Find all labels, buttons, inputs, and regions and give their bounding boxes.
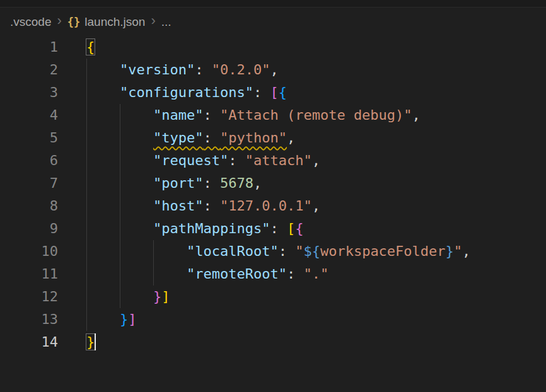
line-number[interactable]: 1 — [0, 36, 58, 59]
indent-guide — [153, 240, 154, 263]
indent-guide — [86, 217, 87, 240]
code-token: { — [279, 84, 287, 100]
breadcrumb-folder[interactable]: .vscode — [10, 15, 51, 29]
indent-guide — [86, 285, 87, 308]
code-token: " — [454, 243, 462, 259]
indent-guide — [120, 240, 120, 263]
code-editor[interactable]: 1{2 "version": "0.2.0",3 "configurations… — [0, 36, 546, 392]
code-token: "name" — [153, 107, 203, 123]
breadcrumb-file[interactable]: launch.json — [84, 15, 145, 29]
code-token: "Attach (remote debug)" — [220, 107, 412, 123]
line-number[interactable]: 9 — [0, 217, 58, 240]
code-token: "." — [303, 266, 328, 282]
indent-guide — [86, 308, 87, 331]
code-line-3[interactable]: 3 "configurations": [{ — [0, 81, 546, 104]
code-token — [86, 84, 120, 100]
code-line-content[interactable]: "port": 5678, — [86, 172, 262, 195]
code-line-6[interactable]: 6 "request": "attach", — [0, 149, 546, 172]
chevron-right-icon: › — [149, 14, 156, 30]
code-token: "host" — [153, 198, 203, 214]
code-line-1[interactable]: 1{ — [0, 36, 546, 59]
line-number[interactable]: 3 — [0, 81, 58, 104]
code-token: } — [153, 289, 161, 304]
code-line-13[interactable]: 13 }] — [0, 308, 546, 331]
code-token: { — [86, 39, 95, 55]
indent-guide — [86, 127, 87, 149]
indent-guide — [120, 195, 120, 217]
code-token: "version" — [120, 62, 195, 78]
code-token: } — [446, 243, 454, 259]
code-token: : — [287, 266, 304, 282]
code-line-content[interactable]: "name": "Attach (remote debug)", — [86, 104, 421, 127]
code-token: "remoteRoot" — [187, 266, 287, 282]
code-line-content[interactable]: }] — [86, 308, 136, 331]
code-token: "python" — [220, 130, 287, 146]
indent-guide — [120, 285, 120, 308]
code-line-11[interactable]: 11 "remoteRoot": "." — [0, 263, 546, 285]
line-number[interactable]: 4 — [0, 104, 58, 127]
code-line-12[interactable]: 12 }] — [0, 285, 546, 308]
code-line-5[interactable]: 5 "type": "python", — [0, 127, 546, 149]
code-line-content[interactable]: "version": "0.2.0", — [86, 59, 279, 81]
indent-guide — [86, 172, 87, 195]
code-line-9[interactable]: 9 "pathMappings": [{ — [0, 217, 546, 240]
code-token: "type" — [153, 130, 203, 146]
code-line-2[interactable]: 2 "version": "0.2.0", — [0, 59, 546, 81]
code-token — [86, 311, 120, 327]
code-token: : — [270, 221, 287, 236]
line-number[interactable]: 6 — [0, 149, 58, 172]
line-number[interactable]: 8 — [0, 195, 58, 217]
code-token: 5678 — [220, 175, 253, 191]
code-token — [86, 243, 187, 259]
line-number[interactable]: 13 — [0, 308, 58, 331]
code-token: : — [228, 153, 245, 168]
indent-guide — [153, 263, 154, 285]
code-token: , — [312, 153, 320, 168]
indent-guide — [120, 172, 120, 195]
indent-guide — [120, 217, 120, 240]
line-number[interactable]: 5 — [0, 127, 58, 149]
code-token: , — [287, 130, 295, 146]
code-line-content[interactable]: "host": "127.0.0.1", — [86, 195, 320, 217]
code-token: "port" — [153, 175, 203, 191]
code-line-content[interactable]: "request": "attach", — [86, 149, 320, 172]
code-token: "pathMappings" — [153, 221, 270, 236]
code-token: , — [312, 198, 320, 214]
code-line-7[interactable]: 7 "port": 5678, — [0, 172, 546, 195]
code-token: ] — [128, 311, 136, 327]
indent-guide — [120, 127, 120, 149]
breadcrumb: .vscode › {} launch.json › ... — [0, 8, 546, 36]
line-number[interactable]: 11 — [0, 263, 58, 285]
code-token: } — [86, 334, 95, 350]
code-line-content[interactable]: "remoteRoot": "." — [86, 263, 328, 285]
code-token: "request" — [153, 153, 228, 168]
code-token: "attach" — [245, 153, 312, 168]
line-number[interactable]: 7 — [0, 172, 58, 195]
indent-guide — [86, 263, 87, 285]
line-number[interactable]: 10 — [0, 240, 58, 263]
chevron-right-icon: › — [55, 14, 62, 30]
code-line-content[interactable]: "pathMappings": [{ — [86, 217, 303, 240]
code-line-10[interactable]: 10 "localRoot": "${workspaceFolder}", — [0, 240, 546, 263]
code-line-content[interactable]: "type": "python", — [86, 127, 295, 149]
code-token: "0.2.0" — [212, 62, 270, 78]
indent-guide — [86, 149, 87, 172]
code-line-8[interactable]: 8 "host": "127.0.0.1", — [0, 195, 546, 217]
code-token: } — [120, 311, 128, 327]
code-line-content[interactable]: }] — [86, 285, 170, 308]
code-line-4[interactable]: 4 "name": "Attach (remote debug)", — [0, 104, 546, 127]
code-line-content[interactable]: { — [86, 36, 95, 59]
code-line-14[interactable]: 14} — [0, 331, 546, 354]
code-token: ] — [161, 289, 170, 304]
code-token: : — [279, 243, 296, 259]
line-number[interactable]: 14 — [0, 331, 58, 354]
line-number[interactable]: 2 — [0, 59, 58, 81]
code-token: : — [253, 84, 270, 100]
breadcrumb-symbol[interactable]: ... — [161, 15, 171, 29]
code-token: , — [253, 175, 262, 191]
code-line-content[interactable]: } — [86, 331, 96, 354]
code-line-content[interactable]: "configurations": [{ — [86, 81, 287, 104]
code-line-content[interactable]: "localRoot": "${workspaceFolder}", — [86, 240, 470, 263]
text-cursor — [95, 333, 96, 350]
line-number[interactable]: 12 — [0, 285, 58, 308]
